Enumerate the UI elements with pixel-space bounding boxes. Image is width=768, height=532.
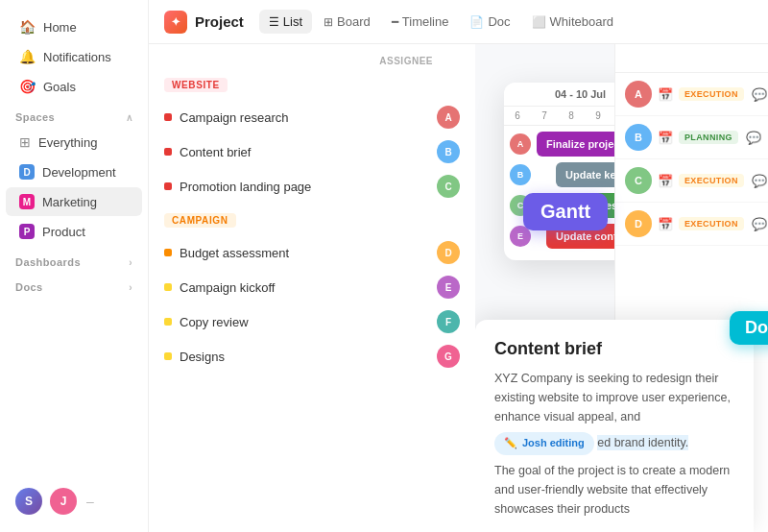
status-avatar: B [625,124,652,151]
task-name: Promotion landing page [180,180,429,194]
board-icon: ⊞ [324,15,333,29]
timeline-icon: ━ [392,15,398,29]
chevron-right-icon: › [129,257,132,268]
table-row[interactable]: Promotion landing page C [149,169,475,204]
nav-doc[interactable]: 📄 Doc [460,10,519,34]
doc-title: Content brief [494,339,734,359]
sidebar-item-label: Marketing [42,195,97,209]
avatar: A [437,106,460,129]
assignee-header: ASSIGNEE [379,56,452,70]
task-list: ASSIGNEE WEBSITE Campaign research A Con… [149,44,475,532]
calendar-icon: 📅 [658,87,673,102]
gantt-avatar: B [510,164,531,185]
sidebar-bottom: S J – [0,480,149,522]
table-row[interactable]: Designs G [149,339,475,374]
sidebar-item-marketing[interactable]: M Marketing [6,187,142,216]
table-row[interactable]: Content brief B [149,134,475,169]
product-dot: P [19,224,35,239]
task-name: Content brief [180,145,429,159]
user-avatar-s[interactable]: S [15,488,42,515]
main-area: ✦ Project ☰ List ⊞ Board ━ Timeline 📄 Do… [149,0,768,532]
task-bullet [164,182,172,190]
status-row: D 📅 EXECUTION 💬 [615,203,768,246]
status-row: A 📅 EXECUTION 💬 [615,73,768,116]
sidebar-item-notifications[interactable]: 🔔 Notifications [6,42,142,71]
project-title: Project [195,13,244,30]
task-name: Copy review [180,315,429,329]
list-icon: ☰ [269,15,279,29]
chat-icon: 💬 [752,87,767,102]
sidebar-item-label: Everything [38,135,97,150]
spaces-section: Spaces ∧ [0,102,148,127]
task-name: Campaign research [180,110,429,125]
sidebar-item-development[interactable]: D Development [6,157,142,186]
chevron-right-icon: › [129,282,132,293]
status-avatar: A [625,81,652,108]
calendar-icon: 📅 [658,217,673,231]
status-row: B 📅 PLANNING 💬 [615,116,768,159]
project-logo: ✦ [164,11,187,34]
task-bullet [164,318,172,326]
campaign-label: CAMPAIGN [164,213,236,228]
task-bullet [164,352,172,360]
status-badge: EXECUTION [679,87,744,101]
sidebar-item-goals[interactable]: 🎯 Goals [6,72,142,101]
task-bullet [164,283,172,291]
nav-timeline[interactable]: ━ Timeline [382,10,459,34]
task-bullet [164,148,172,156]
sidebar-item-label: Development [42,165,116,180]
nav-whiteboard[interactable]: ⬜ Whiteboard [522,10,623,34]
user-avatar-2[interactable]: J [50,488,77,515]
table-row[interactable]: Copy review F [149,304,475,339]
user-avatar-bar: S J – [12,480,137,522]
chat-icon: 💬 [746,131,761,145]
task-name: Budget assessment [180,246,429,260]
home-icon: 🏠 [19,19,36,35]
status-badge: EXECUTION [679,174,744,187]
sidebar-item-label: Product [42,225,85,239]
table-row[interactable]: Campaign research A [149,100,475,134]
task-bullet [164,113,172,121]
pencil-icon: ✏️ [504,435,517,452]
task-name: Campaign kickoff [180,280,429,295]
avatar: G [437,345,460,368]
docs-section: Docs › [0,272,148,297]
sidebar-item-everything[interactable]: ⊞ Everything [6,128,142,157]
gantt-avatar: A [510,133,531,155]
docs-badge: Docs [730,311,768,345]
avatar: E [437,276,460,299]
editing-badge: ✏️ Josh editing [494,432,594,455]
status-badge: EXECUTION [679,217,744,230]
topbar-nav: ☰ List ⊞ Board ━ Timeline 📄 Doc ⬜ Whiteb… [259,10,623,34]
chat-icon: 💬 [752,174,767,188]
nav-board[interactable]: ⊞ Board [314,10,380,34]
dev-dot: D [19,164,35,180]
avatar: F [437,310,460,333]
content-area: ASSIGNEE WEBSITE Campaign research A Con… [149,44,768,532]
sidebar-item-label: Goals [43,80,76,94]
avatar: B [437,140,460,163]
sidebar-item-label: Home [43,20,77,35]
table-row[interactable]: Budget assessment D [149,235,475,270]
docs-preview: Content brief XYZ Company is seeking to … [475,320,754,532]
doc-body: XYZ Company is seeking to redesign their… [494,369,734,519]
gantt-area: 04 - 10 Jul 11 - 17 Jul 6 7 8 9 10 11 12… [475,44,768,532]
marketing-dot: M [19,194,35,209]
nav-list[interactable]: ☰ List [259,10,312,34]
doc-icon: 📄 [469,15,484,29]
sidebar-item-home[interactable]: 🏠 Home [6,12,142,41]
sidebar-item-label: Notifications [43,50,111,64]
avatar: D [437,241,460,264]
status-badge: PLANNING [679,131,738,144]
task-name: Designs [180,350,429,364]
chevron-icon: ∧ [126,112,132,123]
grid-icon: ⊞ [19,134,31,150]
sidebar-item-product[interactable]: P Product [6,217,142,246]
calendar-icon: 📅 [658,131,673,145]
avatar: C [437,175,460,198]
table-row[interactable]: Campaign kickoff E [149,270,475,304]
goals-icon: 🎯 [19,79,36,94]
dashboards-section: Dashboards › [0,247,148,272]
bell-icon: 🔔 [19,49,36,64]
more-icon: – [86,494,94,509]
